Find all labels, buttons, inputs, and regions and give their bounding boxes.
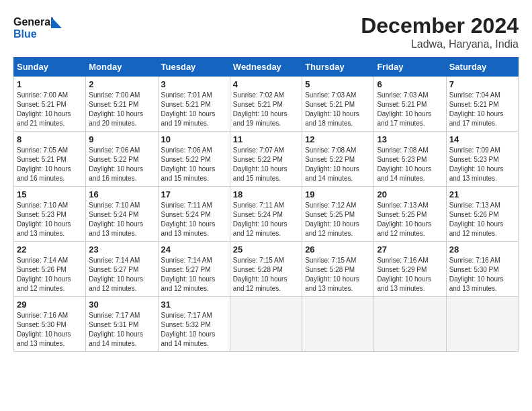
- calendar-day-cell: 19Sunrise: 7:12 AMSunset: 5:25 PMDayligh…: [302, 187, 374, 242]
- calendar-day-cell: [230, 297, 302, 352]
- calendar-day-cell: 12Sunrise: 7:08 AMSunset: 5:22 PMDayligh…: [302, 132, 374, 187]
- logo-icon: GeneralBlue: [13, 13, 67, 44]
- calendar-week-row: 8Sunrise: 7:05 AMSunset: 5:21 PMDaylight…: [14, 132, 519, 187]
- day-info: Sunrise: 7:06 AMSunset: 5:22 PMDaylight:…: [161, 146, 227, 183]
- day-number: 1: [17, 79, 83, 89]
- day-info: Sunrise: 7:01 AMSunset: 5:21 PMDaylight:…: [161, 91, 227, 128]
- calendar-day-cell: 7Sunrise: 7:04 AMSunset: 5:21 PMDaylight…: [446, 77, 518, 132]
- calendar-day-cell: 11Sunrise: 7:07 AMSunset: 5:22 PMDayligh…: [230, 132, 302, 187]
- calendar-day-cell: [302, 297, 374, 352]
- calendar-day-cell: 1Sunrise: 7:00 AMSunset: 5:21 PMDaylight…: [14, 77, 86, 132]
- day-info: Sunrise: 7:14 AMSunset: 5:26 PMDaylight:…: [17, 256, 83, 293]
- day-number: 21: [449, 189, 515, 199]
- title-area: December 2024 Ladwa, Haryana, India: [361, 13, 519, 50]
- calendar-day-cell: 9Sunrise: 7:06 AMSunset: 5:22 PMDaylight…: [86, 132, 158, 187]
- day-number: 18: [233, 189, 299, 199]
- day-number: 30: [89, 300, 154, 310]
- calendar-day-cell: 29Sunrise: 7:16 AMSunset: 5:30 PMDayligh…: [14, 297, 86, 352]
- day-number: 29: [17, 300, 83, 310]
- day-number: 9: [89, 134, 154, 144]
- day-number: 16: [89, 189, 154, 199]
- calendar-week-row: 15Sunrise: 7:10 AMSunset: 5:23 PMDayligh…: [14, 187, 519, 242]
- day-info: Sunrise: 7:13 AMSunset: 5:25 PMDaylight:…: [377, 201, 443, 238]
- calendar-day-cell: 21Sunrise: 7:13 AMSunset: 5:26 PMDayligh…: [446, 187, 518, 242]
- calendar-day-cell: 17Sunrise: 7:11 AMSunset: 5:24 PMDayligh…: [158, 187, 230, 242]
- col-wednesday: Wednesday: [230, 58, 302, 77]
- day-info: Sunrise: 7:06 AMSunset: 5:22 PMDaylight:…: [89, 146, 154, 183]
- day-info: Sunrise: 7:11 AMSunset: 5:24 PMDaylight:…: [161, 201, 227, 238]
- calendar-day-cell: 28Sunrise: 7:16 AMSunset: 5:30 PMDayligh…: [446, 242, 518, 297]
- day-number: 17: [161, 189, 227, 199]
- calendar-day-cell: [374, 297, 446, 352]
- calendar-week-row: 22Sunrise: 7:14 AMSunset: 5:26 PMDayligh…: [14, 242, 519, 297]
- day-info: Sunrise: 7:16 AMSunset: 5:29 PMDaylight:…: [377, 256, 443, 293]
- day-number: 28: [449, 244, 515, 255]
- calendar-day-cell: 26Sunrise: 7:15 AMSunset: 5:28 PMDayligh…: [302, 242, 374, 297]
- calendar-day-cell: 13Sunrise: 7:08 AMSunset: 5:23 PMDayligh…: [374, 132, 446, 187]
- day-number: 14: [449, 134, 515, 144]
- day-number: 15: [17, 189, 83, 199]
- day-info: Sunrise: 7:10 AMSunset: 5:24 PMDaylight:…: [89, 201, 154, 238]
- day-number: 8: [17, 134, 83, 144]
- svg-text:Blue: Blue: [13, 28, 37, 40]
- day-number: 20: [377, 189, 443, 199]
- day-info: Sunrise: 7:13 AMSunset: 5:26 PMDaylight:…: [449, 201, 515, 238]
- calendar-week-row: 1Sunrise: 7:00 AMSunset: 5:21 PMDaylight…: [14, 77, 519, 132]
- day-info: Sunrise: 7:05 AMSunset: 5:21 PMDaylight:…: [17, 146, 83, 183]
- day-number: 23: [89, 244, 154, 255]
- day-info: Sunrise: 7:04 AMSunset: 5:21 PMDaylight:…: [449, 91, 515, 128]
- calendar-table: Sunday Monday Tuesday Wednesday Thursday…: [13, 57, 519, 352]
- day-number: 13: [377, 134, 443, 144]
- calendar-day-cell: [446, 297, 518, 352]
- day-info: Sunrise: 7:15 AMSunset: 5:28 PMDaylight:…: [305, 256, 371, 293]
- day-info: Sunrise: 7:12 AMSunset: 5:25 PMDaylight:…: [305, 201, 371, 238]
- calendar-week-row: 29Sunrise: 7:16 AMSunset: 5:30 PMDayligh…: [14, 297, 519, 352]
- day-info: Sunrise: 7:00 AMSunset: 5:21 PMDaylight:…: [17, 91, 83, 128]
- day-info: Sunrise: 7:17 AMSunset: 5:32 PMDaylight:…: [161, 311, 227, 349]
- day-info: Sunrise: 7:15 AMSunset: 5:28 PMDaylight:…: [233, 256, 299, 293]
- day-number: 2: [89, 79, 154, 89]
- calendar-day-cell: 3Sunrise: 7:01 AMSunset: 5:21 PMDaylight…: [158, 77, 230, 132]
- day-info: Sunrise: 7:16 AMSunset: 5:30 PMDaylight:…: [17, 311, 83, 349]
- calendar-day-cell: 4Sunrise: 7:02 AMSunset: 5:21 PMDaylight…: [230, 77, 302, 132]
- day-number: 24: [161, 244, 227, 255]
- calendar-day-cell: 10Sunrise: 7:06 AMSunset: 5:22 PMDayligh…: [158, 132, 230, 187]
- day-number: 11: [233, 134, 299, 144]
- svg-text:General: General: [13, 16, 54, 28]
- calendar-header-row: Sunday Monday Tuesday Wednesday Thursday…: [14, 58, 519, 77]
- day-number: 3: [161, 79, 227, 89]
- day-info: Sunrise: 7:02 AMSunset: 5:21 PMDaylight:…: [233, 91, 299, 128]
- calendar-day-cell: 30Sunrise: 7:17 AMSunset: 5:31 PMDayligh…: [86, 297, 158, 352]
- calendar-day-cell: 18Sunrise: 7:11 AMSunset: 5:24 PMDayligh…: [230, 187, 302, 242]
- calendar-day-cell: 27Sunrise: 7:16 AMSunset: 5:29 PMDayligh…: [374, 242, 446, 297]
- day-info: Sunrise: 7:10 AMSunset: 5:23 PMDaylight:…: [17, 201, 83, 238]
- day-info: Sunrise: 7:17 AMSunset: 5:31 PMDaylight:…: [89, 311, 154, 349]
- calendar-day-cell: 22Sunrise: 7:14 AMSunset: 5:26 PMDayligh…: [14, 242, 86, 297]
- day-info: Sunrise: 7:00 AMSunset: 5:21 PMDaylight:…: [89, 91, 154, 128]
- calendar-day-cell: 23Sunrise: 7:14 AMSunset: 5:27 PMDayligh…: [86, 242, 158, 297]
- calendar-day-cell: 20Sunrise: 7:13 AMSunset: 5:25 PMDayligh…: [374, 187, 446, 242]
- col-monday: Monday: [86, 58, 158, 77]
- day-number: 12: [305, 134, 371, 144]
- location-subtitle: Ladwa, Haryana, India: [361, 38, 519, 50]
- day-info: Sunrise: 7:14 AMSunset: 5:27 PMDaylight:…: [161, 256, 227, 293]
- month-year-title: December 2024: [361, 13, 519, 38]
- calendar-day-cell: 15Sunrise: 7:10 AMSunset: 5:23 PMDayligh…: [14, 187, 86, 242]
- day-info: Sunrise: 7:09 AMSunset: 5:23 PMDaylight:…: [449, 146, 515, 183]
- calendar-day-cell: 31Sunrise: 7:17 AMSunset: 5:32 PMDayligh…: [158, 297, 230, 352]
- page-header: GeneralBlue December 2024 Ladwa, Haryana…: [13, 13, 519, 50]
- day-number: 10: [161, 134, 227, 144]
- day-number: 5: [305, 79, 371, 89]
- col-sunday: Sunday: [14, 58, 86, 77]
- day-number: 7: [449, 79, 515, 89]
- day-number: 4: [233, 79, 299, 89]
- calendar-day-cell: 14Sunrise: 7:09 AMSunset: 5:23 PMDayligh…: [446, 132, 518, 187]
- day-info: Sunrise: 7:08 AMSunset: 5:22 PMDaylight:…: [305, 146, 371, 183]
- day-info: Sunrise: 7:16 AMSunset: 5:30 PMDaylight:…: [449, 256, 515, 293]
- day-number: 19: [305, 189, 371, 199]
- col-saturday: Saturday: [446, 58, 518, 77]
- calendar-day-cell: 2Sunrise: 7:00 AMSunset: 5:21 PMDaylight…: [86, 77, 158, 132]
- day-info: Sunrise: 7:08 AMSunset: 5:23 PMDaylight:…: [377, 146, 443, 183]
- col-tuesday: Tuesday: [158, 58, 230, 77]
- calendar-day-cell: 25Sunrise: 7:15 AMSunset: 5:28 PMDayligh…: [230, 242, 302, 297]
